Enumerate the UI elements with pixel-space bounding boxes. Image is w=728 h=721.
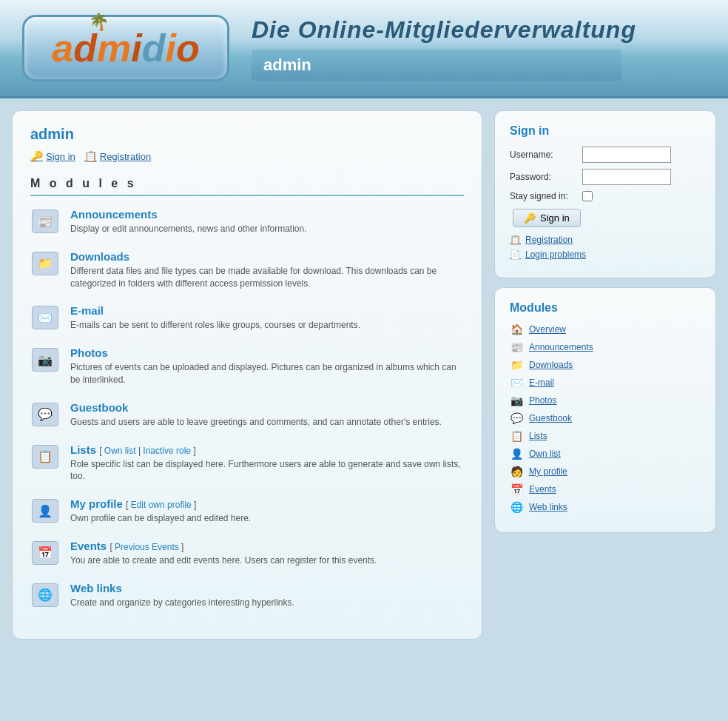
right-ownlist-icon: 👤 <box>510 448 523 460</box>
guestbook-desc: Guests and users are able to leave greet… <box>70 416 442 429</box>
modules-heading: M o d u l e s <box>30 177 464 196</box>
logo-box: 🌴 admidio <box>22 15 229 81</box>
weblinks-link[interactable]: Web links <box>70 582 122 594</box>
right-dl-link[interactable]: Downloads <box>529 360 573 370</box>
password-label: Password: <box>510 172 576 182</box>
myprofile-icon: 👤 <box>30 497 60 524</box>
right-reg-icon: 📋 <box>510 235 521 245</box>
username-input[interactable] <box>582 147 671 163</box>
header-username: admin <box>263 56 311 74</box>
module-email: ✉️ E-mail E-mails can be sent to differe… <box>30 304 464 332</box>
stay-signed-checkbox[interactable] <box>582 191 593 201</box>
right-web-icon: 🌐 <box>510 501 523 513</box>
module-downloads: 📁 Downloads Different data files and fil… <box>30 250 464 290</box>
lists-desc: Role specific list can be displayed here… <box>70 458 464 483</box>
signin-button[interactable]: 🔑 Sign in <box>513 209 581 227</box>
downloads-content: Downloads Different data files and file … <box>70 250 464 290</box>
right-photos-link[interactable]: Photos <box>529 395 556 406</box>
events-sublinks: [ Previous Events ] <box>109 542 183 552</box>
header: 🌴 admidio Die Online-Mitgliederverwaltun… <box>0 0 728 98</box>
edit-own-profile-link[interactable]: Edit own profile <box>131 500 192 510</box>
right-email: ✉️ E-mail <box>510 377 701 389</box>
right-ownlist-link[interactable]: Own list <box>529 449 561 459</box>
module-weblinks: 🌐 Web links Create and organize by categ… <box>30 582 464 609</box>
right-panel: Sign in Username: Password: Stay signed … <box>494 110 716 533</box>
right-profile-icon: 🧑 <box>510 466 523 477</box>
right-lists-link[interactable]: Lists <box>529 431 547 441</box>
right-photos-icon: 📷 <box>510 395 523 406</box>
stay-signed-label: Stay signed in: <box>510 191 576 201</box>
left-panel-title: admin <box>30 126 464 143</box>
events-icon: 📅 <box>30 540 60 566</box>
right-ownlist: 👤 Own list <box>510 448 701 460</box>
photos-link[interactable]: Photos <box>70 346 108 359</box>
module-lists: 📋 Lists [ Own list | Inactive role ] Rol… <box>30 443 464 483</box>
events-content: Events [ Previous Events ] You are able … <box>70 540 377 567</box>
right-web-link[interactable]: Web links <box>529 502 567 512</box>
logo-image: 🌴 admidio <box>52 26 199 70</box>
module-guestbook: 💬 Guestbook Guests and users are able to… <box>30 401 464 429</box>
right-lists-icon: 📋 <box>510 430 523 442</box>
right-login-icon: 📄 <box>510 249 521 260</box>
right-myprofile: 🧑 My profile <box>510 466 701 477</box>
email-link[interactable]: E-mail <box>70 304 104 317</box>
right-announce-link[interactable]: Announcements <box>529 342 593 352</box>
right-login-problems-link[interactable]: 📄 Login problems <box>510 249 701 260</box>
auth-links: 🔑 Sign in 📋 Registration <box>30 150 464 162</box>
signin-heading: Sign in <box>510 124 701 138</box>
overview-icon: 🏠 <box>510 323 523 335</box>
username-row: Username: <box>510 147 701 163</box>
lists-icon: 📋 <box>30 443 60 470</box>
weblinks-desc: Create and organize by categories intere… <box>70 597 294 609</box>
downloads-desc: Different data files and file types can … <box>70 265 464 290</box>
downloads-link[interactable]: Downloads <box>70 250 129 263</box>
photos-icon: 📷 <box>30 346 60 373</box>
signin-btn-label: Sign in <box>540 212 570 224</box>
myprofile-desc: Own profile can be displayed and edited … <box>70 512 251 525</box>
right-registration-link[interactable]: 📋 Registration <box>510 235 701 245</box>
left-panel: admin 🔑 Sign in 📋 Registration M o d u l… <box>12 110 482 640</box>
inactive-role-link[interactable]: Inactive role <box>143 446 191 456</box>
module-photos: 📷 Photos Pictures of events can be uploa… <box>30 346 464 386</box>
right-weblinks: 🌐 Web links <box>510 501 701 513</box>
right-auth-links: 📋 Registration 📄 Login problems <box>510 235 701 260</box>
right-overview: 🏠 Overview <box>510 323 701 335</box>
right-events-link[interactable]: Events <box>529 484 556 494</box>
events-desc: You are able to create and edit events h… <box>70 554 377 567</box>
previous-events-link[interactable]: Previous Events <box>115 542 179 552</box>
lists-sublinks: [ Own list | Inactive role ] <box>99 446 196 456</box>
header-username-bar: admin <box>252 50 621 81</box>
registration-link[interactable]: 📋 Registration <box>84 150 151 162</box>
right-guest-icon: 💬 <box>510 412 523 424</box>
modules-box: Modules 🏠 Overview 📰 Announcements 📁 Dow… <box>494 287 716 533</box>
password-row: Password: <box>510 169 701 185</box>
guestbook-link[interactable]: Guestbook <box>70 401 128 414</box>
events-link[interactable]: Events <box>70 540 107 552</box>
downloads-icon: 📁 <box>30 250 60 277</box>
weblinks-content: Web links Create and organize by categor… <box>70 582 294 609</box>
module-announcements: 📰 Announcements Display or edit announce… <box>30 208 464 235</box>
announcements-content: Announcements Display or edit announceme… <box>70 208 307 235</box>
announcements-desc: Display or edit announcements, news and … <box>70 223 307 235</box>
main-area: admin 🔑 Sign in 📋 Registration M o d u l… <box>0 98 728 651</box>
right-downloads: 📁 Downloads <box>510 359 701 371</box>
password-input[interactable] <box>582 169 671 185</box>
own-list-link[interactable]: Own list <box>104 446 136 456</box>
email-content: E-mail E-mails can be sent to different … <box>70 304 360 332</box>
lists-content: Lists [ Own list | Inactive role ] Role … <box>70 443 464 483</box>
signin-link[interactable]: 🔑 Sign in <box>30 150 75 162</box>
photos-desc: Pictures of events can be uploaded and d… <box>70 361 464 386</box>
weblinks-icon: 🌐 <box>30 582 60 608</box>
right-announce-icon: 📰 <box>510 341 523 353</box>
myprofile-link[interactable]: My profile <box>70 497 123 510</box>
right-announcements: 📰 Announcements <box>510 341 701 353</box>
lists-link[interactable]: Lists <box>70 443 96 456</box>
right-guest-link[interactable]: Guestbook <box>529 413 572 423</box>
right-email-link[interactable]: E-mail <box>529 378 554 388</box>
announcements-link[interactable]: Announcements <box>70 208 158 221</box>
overview-link[interactable]: Overview <box>529 324 566 335</box>
right-profile-link[interactable]: My profile <box>529 466 567 477</box>
right-guestbook: 💬 Guestbook <box>510 412 701 424</box>
right-events: 📅 Events <box>510 483 701 495</box>
signin-box: Sign in Username: Password: Stay signed … <box>494 110 716 278</box>
